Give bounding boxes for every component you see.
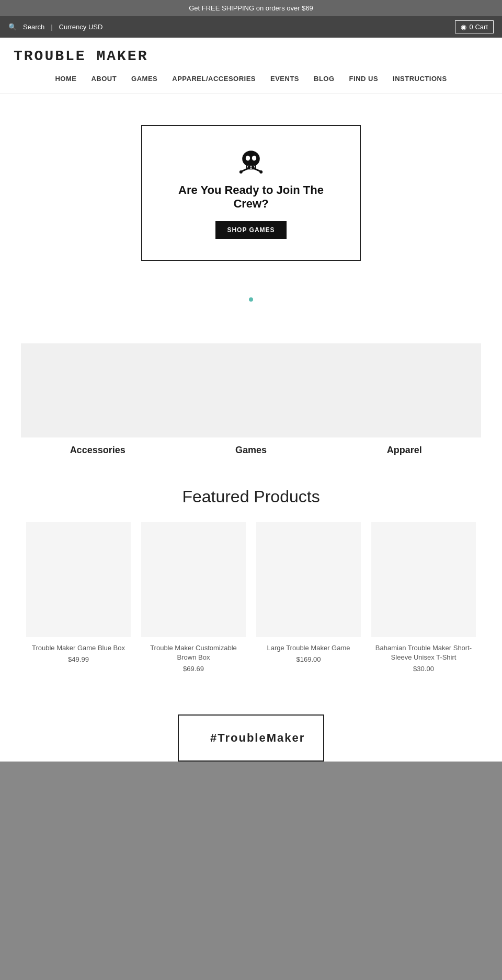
games-image [174,343,327,437]
hero-title: Are You Ready to Join The Crew? [174,183,328,211]
product-name: Bahamian Trouble Maker Short-Sleeve Unis… [371,643,476,662]
hashtag-section: #TroubleMaker [0,694,502,762]
hero-box: Are You Ready to Join The Crew? SHOP GAM… [141,125,361,261]
svg-line-7 [242,168,248,171]
site-logo[interactable]: Trouble Maker [13,47,149,65]
product-card[interactable]: Bahamian Trouble Maker Short-Sleeve Unis… [371,522,476,673]
main-navigation: HOME ABOUT GAMES APPAREL/ACCESORIES EVEN… [0,70,502,94]
product-price: $169.00 [256,655,361,663]
product-price: $30.00 [371,665,476,673]
search-icon: 🔍 [8,23,17,31]
product-image [26,522,131,637]
nav-blog[interactable]: BLOG [314,75,335,83]
apparel-image [328,343,481,437]
svg-point-6 [252,156,256,161]
apparel-label: Apparel [328,445,481,456]
logo-area: Trouble Maker [0,38,502,70]
carousel-dot[interactable] [249,297,253,302]
nav-find-us[interactable]: FIND US [349,75,379,83]
product-card[interactable]: Trouble Maker Game Blue Box $49.99 [26,522,131,673]
header-left: 🔍 Search | Currency USD [8,23,102,31]
svg-line-10 [254,168,260,171]
category-apparel[interactable]: Apparel [328,343,481,456]
svg-point-8 [239,170,243,174]
nav-home[interactable]: HOME [55,75,76,83]
category-games[interactable]: Games [174,343,327,456]
category-accessories[interactable]: Accessories [21,343,174,456]
product-price: $69.69 [141,665,246,673]
hero-section: Are You Ready to Join The Crew? SHOP GAM… [0,94,502,282]
product-name: Trouble Maker Customizable Brown Box [141,643,246,662]
product-price: $49.99 [26,655,131,663]
hashtag-text: #TroubleMaker [210,731,292,745]
header-bar: 🔍 Search | Currency USD ◉ 0 Cart [0,16,502,38]
products-grid: Trouble Maker Game Blue Box $49.99 Troub… [10,522,492,673]
footer-area [0,762,502,980]
header-divider: | [51,23,52,31]
accessories-image [21,343,174,437]
cart-button[interactable]: ◉ 0 Cart [455,20,494,33]
announcement-text: Get FREE SHIPPING on orders over $69 [189,4,313,12]
cart-icon: ◉ [461,23,466,31]
accessories-label: Accessories [21,445,174,456]
nav-events[interactable]: EVENTS [270,75,299,83]
category-section: Accessories Games Apparel [0,333,502,477]
nav-instructions[interactable]: INSTRUCTIONS [393,75,447,83]
product-card[interactable]: Large Trouble Maker Game $169.00 [256,522,361,673]
cart-label: 0 Cart [470,23,488,31]
shop-games-button[interactable]: SHOP GAMES [215,221,286,239]
svg-point-5 [246,156,250,161]
product-name: Trouble Maker Game Blue Box [26,643,131,653]
svg-point-9 [247,166,250,169]
product-image [141,522,246,637]
product-image [371,522,476,637]
skull-icon [235,147,267,178]
product-image [256,522,361,637]
games-label: Games [174,445,327,456]
svg-point-0 [242,151,260,167]
svg-point-12 [252,166,255,169]
search-label[interactable]: Search [23,23,44,31]
nav-about[interactable]: ABOUT [91,75,117,83]
announcement-bar: Get FREE SHIPPING on orders over $69 [0,0,502,16]
dot-indicator [0,282,502,333]
featured-title: Featured Products [10,487,492,506]
nav-apparel-accesories[interactable]: APPAREL/ACCESORIES [172,75,256,83]
product-name: Large Trouble Maker Game [256,643,361,653]
currency-label[interactable]: Currency USD [59,23,103,31]
featured-section: Featured Products Trouble Maker Game Blu… [0,477,502,694]
product-card[interactable]: Trouble Maker Customizable Brown Box $69… [141,522,246,673]
hashtag-box: #TroubleMaker [178,714,324,762]
svg-point-11 [259,170,263,174]
nav-games[interactable]: GAMES [131,75,157,83]
